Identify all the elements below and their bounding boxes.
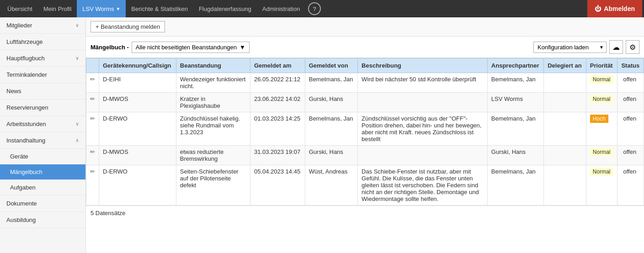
nav-mein-profil[interactable]: Mein Profil [38,0,77,17]
prioritaet-cell: Normal [586,73,617,93]
status-cell: offen [617,165,644,206]
cloud-upload-button[interactable]: ☁ [609,40,623,54]
gemeldet-am-cell: 31.03.2023 19:07 [250,146,305,165]
status-badge: offen [621,148,638,156]
add-beanstandung-button[interactable]: + Beanstandung melden [90,21,165,32]
chevron-icon: ∨ [75,22,79,28]
col-header-edit [86,58,99,73]
gemeldet-am-cell: 23.06.2022 14:02 [250,93,305,112]
sidebar-item-arbeitsstunden[interactable]: Arbeitsstunden ∨ [0,116,85,132]
gemeldet-von-cell: Wüst, Andreas [305,165,357,206]
chevron-icon: ∧ [75,137,79,143]
edit-cell[interactable]: ✏ [86,73,99,93]
sidebar-item-maengelbuch[interactable]: Mängelbuch [0,164,85,180]
delegiert-an-cell [544,165,586,206]
data-table: Gerätekennung/Callsign Beanstandung Geme… [86,58,644,206]
beschreibung-cell: Wird bei nächster 50 std Kontrolle überp… [358,73,488,93]
edit-cell[interactable]: ✏ [86,93,99,112]
nav-ubersicht[interactable]: Übersicht [2,0,38,17]
beanstandung-cell: Zündschlüssel hakelig. siehe Rundmail vo… [176,112,250,146]
sidebar-item-news[interactable]: News [0,83,85,100]
action-bar: + Beanstandung melden [86,17,644,37]
nav-lsv-worms[interactable]: LSV Worms ▼ [77,0,126,17]
priority-badge: Hoch [590,115,608,123]
table-row: ✏ D-ERWO Zündschlüssel hakelig. siehe Ru… [86,112,644,146]
edit-cell[interactable]: ✏ [86,165,99,206]
sidebar-item-terminkalender[interactable]: Terminkalender [0,67,85,83]
col-header-beschreibung: Beschreibung [358,58,488,73]
table-row: ✏ D-MWOS etwas reduzierte Bremswirkung 3… [86,146,644,165]
edit-icon[interactable]: ✏ [90,168,95,175]
status-badge: offen [621,167,638,176]
filter-title: Mängelbuch - [90,44,129,51]
filter-bar: Mängelbuch - Alle nicht beseitigten Bean… [86,37,644,58]
config-select[interactable]: Konfiguration laden [533,42,607,53]
callsign-cell: D-ERWO [99,112,176,146]
beschreibung-cell [358,146,488,165]
gemeldet-von-cell: Gurski, Hans [305,93,357,112]
gemeldet-von-cell: Bemelmans, Jan [305,73,357,93]
status-cell: offen [617,112,644,146]
nav-administration[interactable]: Administration [257,0,305,17]
gemeldet-von-cell: Gurski, Hans [305,146,357,165]
priority-badge: Normal [590,95,613,103]
col-header-gemeldet-am: Gemeldet am [250,58,305,73]
delegiert-an-cell [544,93,586,112]
edit-icon[interactable]: ✏ [90,115,95,122]
beanstandung-cell: etwas reduzierte Bremswirkung [176,146,250,165]
filter-right: Konfiguration laden ▼ ☁ ⚙ [533,40,639,54]
edit-cell[interactable]: ✏ [86,146,99,165]
gear-settings-button[interactable]: ⚙ [626,40,639,54]
sidebar-item-luftfahrzeuge[interactable]: Luftfahrzeuge [0,34,85,50]
dropdown-arrow-icon: ▼ [240,44,245,51]
beanstandung-cell: Seiten-Schiebefenster auf der Pilotensei… [176,165,250,206]
col-header-ansprechpartner: Ansprechpartner [487,58,543,73]
callsign-cell: D-MWOS [99,146,176,165]
config-select-wrapper: Konfiguration laden ▼ [533,42,607,53]
edit-icon[interactable]: ✏ [90,76,95,83]
beschreibung-cell: Zündschlüssel vorsichtig aus der "OFF"-P… [358,112,488,146]
nav-berichte[interactable]: Berichte & Statistiken [126,0,193,17]
col-header-gemeldet-von: Gemeldet von [305,58,357,73]
dropdown-arrow-icon: ▼ [116,6,120,11]
status-cell: offen [617,146,644,165]
chevron-icon: ∨ [75,121,79,127]
beschreibung-cell: Das Schiebe-Fenster ist nutzbar, aber mi… [358,165,488,206]
power-icon: ⏻ [595,5,601,12]
gemeldet-am-cell: 01.03.2023 14:25 [250,112,305,146]
col-header-beanstandung: Beanstandung [176,58,250,73]
sidebar-item-aufgaben[interactable]: Aufgaben [0,180,85,195]
ansprechpartner-cell: Bemelmans, Jan [487,165,543,206]
beanstandung-cell: Kratzer in Plexiglashaube [176,93,250,112]
sidebar-item-dokumente[interactable]: Dokumente [0,195,85,212]
main-content: + Beanstandung melden Mängelbuch - Alle … [86,17,644,253]
status-badge: offen [621,95,638,103]
edit-icon[interactable]: ✏ [90,148,95,155]
sidebar: Mitglieder ∨ Luftfahrzeuge Hauptflugbuch… [0,17,86,253]
sidebar-item-instandhaltung[interactable]: Instandhaltung ∧ [0,132,85,149]
footer-bar: 5 Datensätze [86,206,644,220]
top-navigation: Übersicht Mein Profil LSV Worms ▼ Berich… [0,0,644,17]
edit-cell[interactable]: ✏ [86,112,99,146]
sidebar-item-ausbildung[interactable]: Ausbildung [0,212,85,228]
gemeldet-am-cell: 05.04.2023 14:45 [250,165,305,206]
gemeldet-von-cell: Bemelmans, Jan [305,112,357,146]
help-button[interactable]: ? [308,2,321,15]
delegiert-an-cell [544,73,586,93]
record-count: 5 Datensätze [90,210,126,216]
sidebar-item-reservierungen[interactable]: Reservierungen [0,100,85,116]
priority-badge: Normal [590,75,613,84]
sidebar-item-geraete[interactable]: Geräte [0,149,85,164]
table-row: ✏ D-MWOS Kratzer in Plexiglashaube 23.06… [86,93,644,112]
col-header-callsign: Gerätekennung/Callsign [99,58,176,73]
ansprechpartner-cell: LSV Worms [487,93,543,112]
status-badge: offen [621,114,638,123]
filter-dropdown[interactable]: Alle nicht beseitigten Beanstandungen ▼ [132,42,250,53]
col-header-status: Status [617,58,644,73]
prioritaet-cell: Normal [586,93,617,112]
edit-icon[interactable]: ✏ [90,95,95,102]
logout-button[interactable]: ⏻ Abmelden [587,0,642,17]
sidebar-item-hauptflugbuch[interactable]: Hauptflugbuch ∨ [0,50,85,67]
nav-flugdaten[interactable]: Flugdatenerfassung [193,0,257,17]
sidebar-item-mitglieder[interactable]: Mitglieder ∨ [0,17,85,34]
